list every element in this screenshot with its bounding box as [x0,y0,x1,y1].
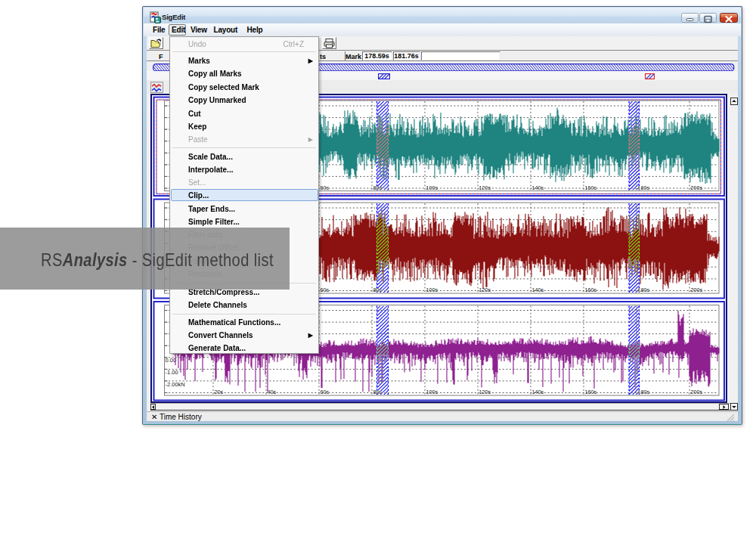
svg-text:140s: 140s [532,389,544,395]
svg-text:140s: 140s [532,184,544,191]
svg-text:40s: 40s [268,389,277,395]
svg-text:160s: 160s [585,389,597,395]
svg-text:60s: 60s [321,287,330,293]
svg-text:200s: 200s [691,184,703,191]
svg-text:60s: 60s [321,389,330,395]
svg-text:-1.00: -1.00 [166,369,178,376]
svg-text:120s: 120s [479,389,491,395]
svg-text:140s: 140s [532,287,544,293]
svg-text:20s: 20s [215,389,224,395]
svg-text:100s: 100s [426,184,438,191]
svg-text:160s: 160s [585,184,597,191]
svg-text:-2.00kN: -2.00kN [166,381,185,388]
svg-text:60s: 60s [321,184,330,191]
svg-text:200s: 200s [691,287,703,293]
svg-text:100s: 100s [426,389,438,395]
svg-text:120s: 120s [479,287,491,293]
svg-text:160s: 160s [585,287,597,293]
svg-text:0.00: 0.00 [166,357,177,364]
svg-text:100s: 100s [426,287,438,293]
svg-text:200s: 200s [691,389,703,395]
svg-text:120s: 120s [479,184,491,191]
